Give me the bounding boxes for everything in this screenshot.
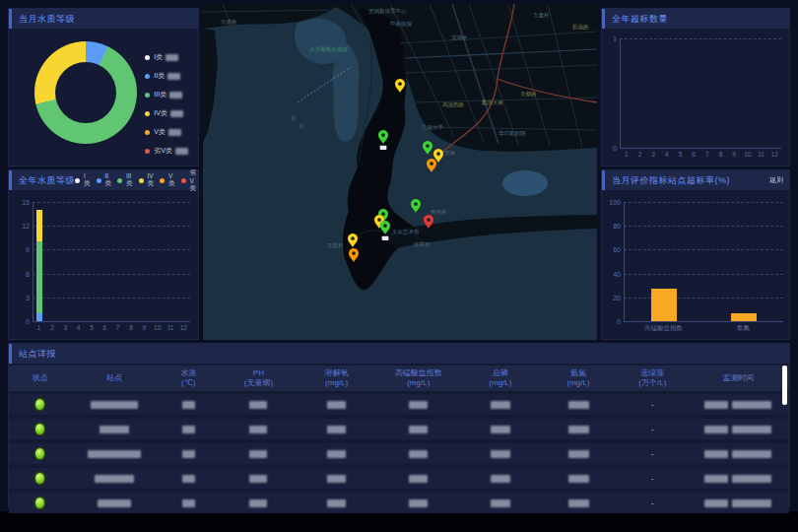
table-cell <box>688 401 789 409</box>
table-cell <box>220 499 298 507</box>
rules-button[interactable]: 规则 <box>769 175 783 185</box>
redacted-value <box>249 475 267 483</box>
y-tick-label: 40 <box>613 270 621 277</box>
redacted-value <box>568 475 589 483</box>
table-cell: - <box>618 449 688 459</box>
y-tick-label: 1 <box>613 35 617 42</box>
pin-center-dot <box>427 218 431 222</box>
legend-item: III类 <box>145 90 188 100</box>
panel-header: 全年超标数量 <box>602 9 789 29</box>
redacted-station-name <box>88 450 141 458</box>
redacted-value <box>568 401 589 409</box>
table-scrollbar-thumb[interactable] <box>782 366 787 405</box>
table-cell <box>461 475 539 483</box>
redacted-date <box>704 475 728 483</box>
redacted-value <box>166 54 178 61</box>
gridline <box>624 249 783 250</box>
table-cell <box>461 426 539 433</box>
gridline <box>624 202 783 203</box>
legend-label: III类 <box>126 172 133 188</box>
redacted-value <box>249 499 267 507</box>
panel-title: 全年超标数量 <box>612 13 668 26</box>
panel-header: 当月水质等级 <box>9 9 198 29</box>
table-cell <box>461 401 539 409</box>
legend-label: III类 <box>154 90 166 100</box>
redacted-value <box>327 401 346 409</box>
legend-item: I类 <box>75 172 91 188</box>
bar <box>36 313 42 321</box>
redacted-time <box>732 499 771 507</box>
table-cell <box>298 499 375 507</box>
y-tick-label: 80 <box>613 223 621 230</box>
column-header: 总磷(mg/L) <box>461 368 539 389</box>
table-row[interactable]: - <box>9 443 789 464</box>
redacted-value <box>327 499 346 507</box>
x-axis-line <box>624 321 783 322</box>
table-cell <box>298 450 375 458</box>
x-tick-label: 4 <box>77 324 81 331</box>
x-tick-label: 3 <box>64 324 68 331</box>
x-tick-label: 10 <box>744 151 751 158</box>
legend-item: II类 <box>97 172 112 188</box>
table-row[interactable]: - <box>9 394 789 415</box>
column-label: 氨氮 <box>570 368 586 378</box>
column-header: 高锰酸盐指数(mg/L) <box>375 368 461 389</box>
table-row[interactable]: - <box>9 468 789 489</box>
x-tick-label: 9 <box>143 324 147 331</box>
map-place-label: 蠡湖大桥 <box>482 99 504 105</box>
table-cell <box>157 401 219 409</box>
x-axis-line <box>620 148 781 149</box>
redacted-value <box>491 475 510 483</box>
column-label: 高锰酸盐指数 <box>395 368 442 378</box>
table-row[interactable]: - <box>9 419 789 439</box>
map-place-label: 吴塘村 <box>327 242 344 249</box>
x-tick-label: 1 <box>625 151 629 158</box>
donut-legend: I类II类III类IV类V类劣V类 <box>145 52 188 165</box>
bar <box>731 313 757 321</box>
column-header: 溶解氧(mg/L) <box>298 368 375 389</box>
table-cell <box>157 450 219 458</box>
column-header: 监测时间 <box>688 373 789 383</box>
redacted-value <box>491 450 510 458</box>
table-body: ----- <box>9 394 789 517</box>
column-label: 状态 <box>33 373 48 383</box>
month-rate-chart: 020406080100高锰酸盐指数氨氮 <box>602 190 789 339</box>
panel-title: 当月水质等级 <box>19 13 75 26</box>
table-cell <box>9 424 71 434</box>
x-tick-label: 6 <box>692 151 696 158</box>
redacted-time <box>732 426 771 433</box>
map-place-label: 吴都路 <box>520 91 537 98</box>
table-cell <box>157 499 219 507</box>
table-cell <box>540 499 618 507</box>
x-tick-label: 1 <box>37 324 41 331</box>
map[interactable]: 石塘桥无锡新体育中心中桥医院滨湖区五星村机场路大浮葡萄采摘园高浪西路蠡湖大桥吴都… <box>203 4 597 340</box>
legend-dot <box>145 93 150 98</box>
annual-exceed-chart: 01123456789101112 <box>602 29 789 166</box>
table-cell <box>688 450 789 458</box>
gridline <box>620 38 781 39</box>
table-cell <box>375 426 461 433</box>
column-label: 监测时间 <box>722 373 754 383</box>
gridline <box>33 202 190 203</box>
map-place-label: 无锡新体育中心 <box>368 8 407 15</box>
map-place-label: 五星村 <box>533 12 550 19</box>
redacted-value <box>182 450 195 458</box>
table-row[interactable]: - <box>9 493 789 513</box>
redacted-value <box>168 129 181 136</box>
pin-center-dot <box>398 82 402 86</box>
table-cell <box>220 401 298 409</box>
redacted-value <box>182 426 195 433</box>
column-header: 状态 <box>9 373 71 383</box>
table-cell <box>71 401 157 409</box>
legend-label: II类 <box>154 71 165 81</box>
redacted-value <box>409 450 428 458</box>
status-indicator <box>35 424 44 434</box>
legend-dot <box>145 149 150 154</box>
y-tick-label: 6 <box>26 270 30 277</box>
water-grade-donut-chart <box>34 41 137 144</box>
column-label: 溶解氧 <box>325 368 349 378</box>
redacted-value <box>182 499 195 507</box>
map-canvas: 石塘桥无锡新体育中心中桥医院滨湖区五星村机场路大浮葡萄采摘园高浪西路蠡湖大桥吴都… <box>203 4 597 340</box>
column-header: 站点 <box>71 373 157 383</box>
map-place-label: 江南大学 <box>422 124 444 131</box>
